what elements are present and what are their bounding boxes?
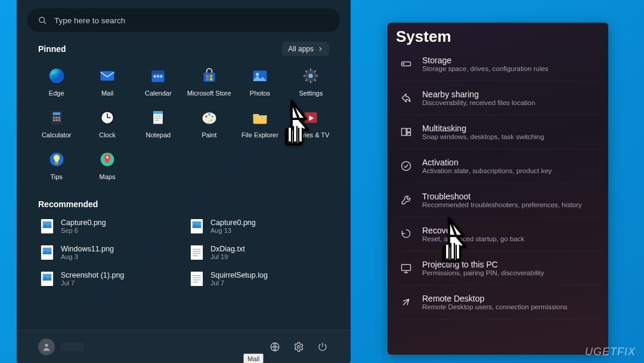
settings-button[interactable] — [292, 340, 305, 353]
svg-rect-9 — [203, 73, 215, 82]
recommended-item[interactable]: DxDiag.txtJul 19 — [187, 241, 330, 264]
app-store[interactable]: Microsoft Store — [184, 62, 234, 101]
file-name: SquirrelSetup.log — [210, 271, 268, 279]
system-item-recovery[interactable]: RecoveryReset, advanced startup, go back — [396, 217, 603, 251]
app-calendar[interactable]: Calendar — [133, 62, 184, 101]
system-item-project[interactable]: Projecting to this PCPermissions, pairin… — [396, 251, 603, 285]
app-notepad[interactable]: Notepad — [133, 104, 184, 143]
svg-point-44 — [205, 116, 208, 118]
start-footer: Mail — [17, 330, 351, 363]
svg-line-23 — [314, 79, 316, 81]
svg-rect-49 — [253, 116, 267, 118]
user-avatar[interactable] — [38, 339, 55, 355]
app-label: Microsoft Store — [187, 90, 231, 97]
svg-rect-5 — [152, 70, 165, 73]
app-maps[interactable]: Maps — [82, 146, 132, 185]
project-icon — [400, 262, 413, 275]
svg-point-47 — [210, 119, 212, 122]
svg-line-22 — [306, 70, 308, 72]
app-tips[interactable]: Tips — [31, 146, 82, 185]
file-name: DxDiag.txt — [210, 245, 245, 253]
file-icon — [39, 244, 55, 262]
app-movies[interactable]: Movies & TV — [286, 104, 336, 143]
svg-rect-28 — [53, 116, 55, 119]
system-item-desc: Remote Desktop users, connection permiss… — [422, 303, 568, 310]
system-item-title: Troubleshoot — [422, 192, 582, 201]
explorer-icon — [250, 107, 270, 128]
search-input[interactable]: Type here to search — [27, 8, 340, 32]
app-label: Calculator — [42, 131, 72, 139]
app-paint[interactable]: Paint — [184, 104, 234, 143]
recommended-item[interactable]: Screenshot (1).pngJul 7 — [37, 267, 181, 290]
app-calculator[interactable]: Calculator — [31, 104, 82, 143]
svg-rect-12 — [206, 78, 208, 81]
svg-point-17 — [309, 74, 313, 78]
recommended-item[interactable]: Capture0.pngAug 13 — [187, 215, 330, 238]
system-item-desc: Snap windows, desktops, task switching — [422, 133, 544, 140]
svg-point-76 — [298, 345, 301, 348]
system-item-desc: Discoverability, received files location — [422, 99, 535, 106]
all-apps-button[interactable]: All apps — [282, 42, 329, 56]
file-name: Screenshot (1).png — [61, 271, 124, 279]
system-item-title: Projecting to this PC — [422, 260, 544, 269]
system-item-desc: Permissions, pairing PIN, discoverabilit… — [422, 269, 544, 276]
app-label: File Explorer — [242, 131, 278, 139]
system-item-share[interactable]: Nearby sharingDiscoverability, received … — [396, 81, 603, 115]
remote-icon — [400, 296, 413, 309]
system-item-multitask[interactable]: MultitaskingSnap windows, desktops, task… — [396, 115, 603, 149]
power-icon — [317, 342, 328, 352]
app-label: Tips — [50, 173, 62, 180]
app-photos[interactable]: Photos — [234, 62, 285, 101]
recommended-heading: Recommended — [38, 199, 98, 209]
svg-rect-8 — [160, 75, 163, 78]
app-settings[interactable]: Settings — [286, 62, 336, 101]
svg-rect-83 — [402, 264, 411, 270]
svg-rect-11 — [210, 75, 212, 77]
network-button[interactable] — [268, 340, 281, 353]
svg-rect-62 — [191, 245, 203, 260]
recommended-item[interactable]: Windows11.pngAug 3 — [37, 241, 181, 264]
system-item-title: Activation — [422, 158, 552, 167]
app-explorer[interactable]: File Explorer — [234, 104, 285, 143]
chevron-right-icon — [317, 46, 323, 52]
app-label: Settings — [299, 90, 323, 97]
svg-point-46 — [211, 116, 213, 118]
globe-icon — [270, 342, 280, 352]
app-label: Movies & TV — [292, 131, 329, 139]
system-item-title: Multitasking — [422, 124, 544, 133]
recommended-item[interactable]: Capture0.pngSep 6 — [37, 215, 181, 238]
search-placeholder: Type here to search — [54, 16, 125, 25]
app-clock[interactable]: Clock — [82, 104, 132, 143]
svg-rect-79 — [402, 128, 407, 136]
svg-rect-31 — [53, 119, 55, 122]
app-mail[interactable]: Mail — [82, 62, 132, 101]
system-item-desc: Reset, advanced startup, go back — [422, 235, 524, 242]
edge-icon — [47, 66, 67, 86]
calendar-icon — [148, 66, 168, 86]
movies-icon — [301, 107, 321, 128]
system-item-storage[interactable]: StorageStorage space, drives, configurat… — [396, 47, 603, 81]
system-item-remote[interactable]: Remote DesktopRemote Desktop users, conn… — [396, 285, 603, 319]
system-item-title: Storage — [422, 56, 549, 65]
system-list: StorageStorage space, drives, configurat… — [388, 47, 608, 355]
system-item-troubleshoot[interactable]: TroubleshootRecommended troubleshooters,… — [396, 183, 603, 217]
app-label: Clock — [99, 131, 116, 139]
svg-rect-32 — [55, 119, 58, 122]
username-placeholder — [61, 343, 83, 351]
app-edge[interactable]: Edge — [31, 62, 82, 101]
power-button[interactable] — [316, 340, 329, 353]
app-label: Paint — [202, 131, 216, 139]
file-icon — [189, 270, 205, 288]
system-item-activation[interactable]: ActivationActivation state, subscription… — [396, 149, 603, 183]
system-item-desc: Storage space, drives, configuration rul… — [422, 65, 549, 72]
svg-rect-6 — [154, 75, 156, 78]
svg-rect-27 — [53, 112, 60, 115]
file-icon — [189, 217, 205, 235]
svg-rect-13 — [210, 78, 212, 81]
recommended-item[interactable]: SquirrelSetup.logJul 7 — [187, 267, 330, 290]
mail-icon — [97, 66, 117, 86]
multitask-icon — [400, 125, 413, 139]
person-icon — [42, 342, 51, 352]
svg-line-24 — [306, 79, 308, 81]
calculator-icon — [47, 107, 67, 128]
